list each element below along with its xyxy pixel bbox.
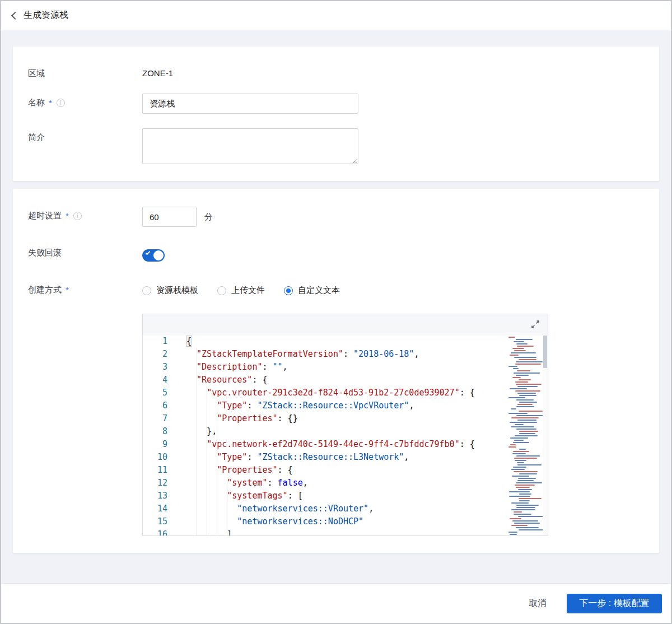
code-line: "vpc.network-ef2d740c-5149-44ec-9ff4-c7b… (186, 438, 506, 451)
zone-value: ZONE-1 (142, 64, 644, 78)
minimap-line (511, 408, 516, 409)
page-title: 生成资源栈 (24, 10, 68, 21)
minimap[interactable] (506, 334, 543, 535)
line-number: 3 (143, 361, 167, 374)
description-textarea[interactable] (142, 128, 358, 164)
code-line: "Type": "ZStack::Resource::VpcVRouter", (186, 399, 506, 412)
code-line: }, (186, 425, 506, 438)
minimap-line (517, 393, 536, 394)
minimap-line (519, 493, 531, 495)
minimap-line (517, 420, 536, 421)
minimap-line (509, 496, 530, 497)
minimap-line (516, 399, 534, 401)
minimap-line (511, 469, 525, 470)
line-number: 4 (143, 374, 167, 386)
radio-icon (284, 286, 293, 295)
minimap-line (518, 489, 532, 490)
check-icon (146, 250, 150, 255)
radio-option-2[interactable]: 上传文件 (217, 285, 265, 296)
required-asterisk: * (66, 285, 69, 295)
name-input[interactable] (142, 94, 358, 114)
minimap-line (519, 473, 537, 474)
expand-icon[interactable] (531, 320, 540, 329)
minimap-line (509, 491, 530, 492)
radio-icon (142, 286, 151, 295)
minimap-line (519, 411, 543, 412)
back-icon[interactable] (11, 12, 19, 20)
minimap-line (508, 532, 517, 533)
line-number: 6 (143, 399, 167, 412)
editor-body: 12345678910111213141516 { "ZStackTemplat… (143, 334, 548, 535)
minimap-line (515, 381, 528, 383)
minimap-line (512, 453, 526, 454)
code-line: "Type": "ZStack::Resource::L3Network", (186, 451, 506, 464)
editor-scrollbar[interactable] (543, 334, 548, 535)
required-asterisk: * (49, 98, 52, 108)
minimap-line (519, 395, 536, 396)
minimap-line (508, 413, 528, 414)
minimap-line (516, 482, 542, 483)
minimap-line (515, 390, 540, 392)
info-icon[interactable]: i (57, 99, 65, 107)
zone-row: 区域 ZONE-1 (28, 64, 644, 79)
scrollbar-thumb[interactable] (543, 336, 547, 368)
line-number: 10 (143, 451, 167, 464)
line-number: 12 (143, 477, 167, 490)
name-label: 名称 (28, 97, 45, 108)
editor-gutter: 12345678910111213141516 (143, 334, 175, 535)
minimap-line (514, 458, 537, 459)
radio-label: 自定义文本 (298, 285, 340, 296)
cancel-button[interactable]: 取消 (525, 597, 550, 610)
info-icon[interactable]: i (73, 212, 82, 220)
minimap-line (515, 364, 541, 365)
editor-toolbar (143, 314, 548, 334)
description-row: 简介 (28, 128, 644, 164)
minimap-line (516, 507, 535, 508)
rollback-toggle[interactable] (142, 249, 165, 262)
required-asterisk: * (66, 211, 69, 221)
minimap-line (519, 379, 531, 380)
timeout-input[interactable] (142, 207, 197, 227)
radio-option-3[interactable]: 自定义文本 (284, 285, 340, 296)
line-number: 13 (143, 490, 167, 502)
line-number: 15 (143, 515, 167, 528)
code-line: "Description": "", (186, 361, 506, 374)
line-number: 9 (143, 438, 167, 451)
rollback-row: 失败回滚 (28, 248, 644, 262)
minimap-line (508, 446, 516, 448)
code-line: "Properties": {} (186, 412, 506, 425)
minimap-line (516, 343, 528, 344)
minimap-line (517, 462, 524, 463)
zone-label: 区域 (28, 68, 45, 79)
create-mode-options: 资源栈模板上传文件自定义文本 (142, 283, 644, 296)
next-step-button[interactable]: 下一步 : 模板配置 (567, 594, 662, 613)
minimap-line (514, 523, 540, 524)
minimap-line (512, 520, 538, 521)
minimap-line (510, 518, 521, 519)
minimap-line (514, 350, 526, 351)
minimap-line (515, 460, 526, 461)
minimap-line (512, 476, 529, 477)
code-area[interactable]: { "ZStackTemplateFormatVersion": "2018-0… (175, 334, 506, 535)
minimap-line (514, 471, 538, 472)
minimap-line (516, 527, 539, 528)
minimap-line (516, 375, 529, 376)
minimap-line (512, 377, 521, 378)
minimap-line (516, 455, 540, 457)
code-line: "vpc.vrouter-291c3e2d-f824-4d53-91b2-27c… (186, 386, 506, 399)
minimap-line (519, 431, 538, 432)
rollback-label: 失败回滚 (28, 248, 62, 258)
minimap-line (511, 525, 528, 526)
code-line: "system": false, (186, 477, 506, 490)
minimap-line (513, 368, 519, 369)
minimap-line (510, 355, 519, 356)
timeout-label: 超时设置 (28, 211, 62, 221)
code-line: "networkservices::NoDHCP" (186, 515, 506, 528)
minimap-line (519, 498, 542, 499)
window: 生成资源栈 区域 ZONE-1 名称*i (0, 0, 672, 624)
minimap-line (519, 529, 543, 530)
minimap-line (516, 384, 542, 385)
minimap-line (517, 386, 538, 387)
code-line: "Properties": { (186, 464, 506, 477)
radio-option-1[interactable]: 资源栈模板 (142, 285, 198, 296)
